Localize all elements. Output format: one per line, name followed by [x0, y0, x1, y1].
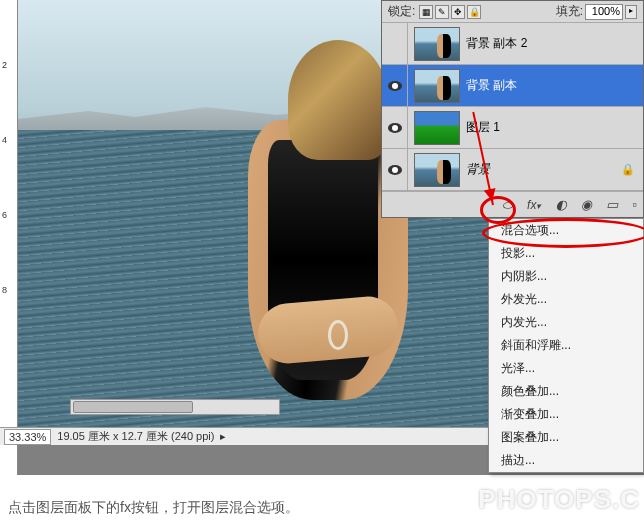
- fill-label: 填充:: [556, 3, 583, 20]
- vertical-ruler: 2 4 6 8: [0, 0, 18, 475]
- doc-info: 19.05 厘米 x 12.7 厘米 (240 ppi): [57, 429, 214, 444]
- tutorial-caption: 点击图层面板下的fx按钮，打开图层混合选项。: [8, 499, 299, 517]
- layer-thumbnail[interactable]: [414, 111, 460, 145]
- fx-menu-item-10[interactable]: 描边...: [489, 449, 643, 472]
- layer-row-3[interactable]: 背景🔒: [382, 149, 643, 191]
- layer-row-0[interactable]: 背景 副本 2: [382, 23, 643, 65]
- fill-input[interactable]: 100%: [585, 4, 623, 20]
- fx-menu-item-2[interactable]: 内阴影...: [489, 265, 643, 288]
- layer-name-label[interactable]: 背景 副本: [466, 77, 643, 94]
- layer-name-label[interactable]: 背景: [466, 161, 621, 178]
- lock-label: 锁定:: [388, 3, 415, 20]
- layer-row-1[interactable]: 背景 副本: [382, 65, 643, 107]
- fx-dropdown-menu: 混合选项...投影...内阴影...外发光...内发光...斜面和浮雕...光泽…: [488, 218, 644, 473]
- status-arrow-icon[interactable]: ▸: [220, 430, 226, 443]
- eye-icon: [388, 165, 402, 175]
- horizontal-scrollbar[interactable]: [70, 399, 280, 415]
- eye-icon: [388, 123, 402, 133]
- adjustment-icon[interactable]: ◉: [581, 197, 592, 213]
- layers-panel-footer: ⬭ fx▾ ◐ ◉ ▭ ▫: [382, 191, 643, 217]
- lock-all-icon[interactable]: 🔒: [467, 5, 481, 19]
- ruler-tick: 6: [2, 210, 7, 220]
- fx-menu-item-9[interactable]: 图案叠加...: [489, 426, 643, 449]
- visibility-toggle[interactable]: [382, 23, 408, 64]
- fx-menu-item-5[interactable]: 斜面和浮雕...: [489, 334, 643, 357]
- layer-name-label[interactable]: 背景 副本 2: [466, 35, 643, 52]
- ruler-tick: 8: [2, 285, 7, 295]
- fx-menu-item-3[interactable]: 外发光...: [489, 288, 643, 311]
- fx-menu-item-0[interactable]: 混合选项...: [489, 219, 643, 242]
- watermark: PHOTOPS.C: [478, 484, 640, 515]
- group-icon[interactable]: ▭: [606, 197, 618, 213]
- fx-menu-item-7[interactable]: 颜色叠加...: [489, 380, 643, 403]
- lock-pixels-icon[interactable]: ✎: [435, 5, 449, 19]
- fx-menu-item-8[interactable]: 渐变叠加...: [489, 403, 643, 426]
- mask-icon[interactable]: ◐: [555, 197, 566, 213]
- visibility-toggle[interactable]: [382, 65, 408, 106]
- visibility-toggle[interactable]: [382, 149, 408, 190]
- layer-thumbnail[interactable]: [414, 153, 460, 187]
- ruler-tick: 2: [2, 60, 7, 70]
- fx-menu-item-4[interactable]: 内发光...: [489, 311, 643, 334]
- layers-panel-header: 锁定: ▦ ✎ ✥ 🔒 填充: 100% ▸: [382, 1, 643, 23]
- lock-position-icon[interactable]: ✥: [451, 5, 465, 19]
- layer-thumbnail[interactable]: [414, 27, 460, 61]
- layer-name-label[interactable]: 图层 1: [466, 119, 643, 136]
- lock-icon: 🔒: [621, 163, 635, 176]
- fx-button[interactable]: fx▾: [527, 197, 541, 213]
- layer-thumbnail[interactable]: [414, 69, 460, 103]
- eye-icon: [388, 81, 402, 91]
- fx-menu-item-1[interactable]: 投影...: [489, 242, 643, 265]
- zoom-value[interactable]: 33.33%: [4, 429, 51, 445]
- fx-menu-item-6[interactable]: 光泽...: [489, 357, 643, 380]
- link-layers-icon[interactable]: ⬭: [502, 197, 513, 213]
- fill-dropdown-icon[interactable]: ▸: [625, 5, 637, 19]
- lock-transparent-icon[interactable]: ▦: [419, 5, 433, 19]
- layers-panel: 锁定: ▦ ✎ ✥ 🔒 填充: 100% ▸ 背景 副本 2背景 副本图层 1背…: [381, 0, 644, 218]
- layer-row-2[interactable]: 图层 1: [382, 107, 643, 149]
- visibility-toggle[interactable]: [382, 107, 408, 148]
- status-bar: 33.33% 19.05 厘米 x 12.7 厘米 (240 ppi) ▸: [0, 427, 490, 445]
- new-layer-icon[interactable]: ▫: [632, 197, 637, 213]
- ruler-tick: 4: [2, 135, 7, 145]
